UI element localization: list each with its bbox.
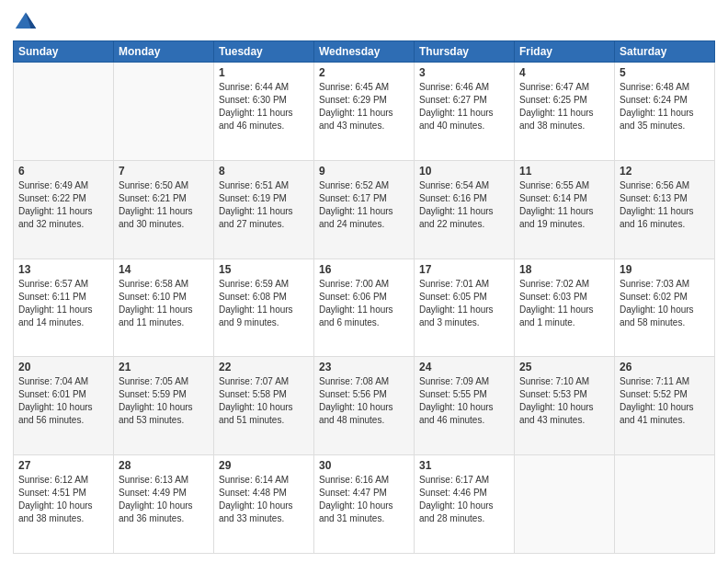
day-number: 25 [519,361,609,373]
day-number: 21 [119,361,209,373]
day-info: Sunrise: 6:58 AM Sunset: 6:10 PM Dayligh… [119,278,209,329]
day-info: Sunrise: 6:59 AM Sunset: 6:08 PM Dayligh… [219,278,309,329]
calendar-day-cell [515,455,615,554]
calendar-day-cell: 13Sunrise: 6:57 AM Sunset: 6:11 PM Dayli… [14,259,114,357]
day-info: Sunrise: 6:13 AM Sunset: 4:49 PM Dayligh… [119,474,209,525]
day-info: Sunrise: 6:52 AM Sunset: 6:17 PM Dayligh… [319,179,409,231]
day-info: Sunrise: 7:04 AM Sunset: 6:01 PM Dayligh… [18,375,108,427]
day-of-week-header: Wednesday [314,41,415,63]
calendar-day-cell: 16Sunrise: 7:00 AM Sunset: 6:06 PM Dayli… [314,259,415,357]
day-of-week-header: Friday [515,41,615,63]
day-number: 5 [620,66,710,79]
day-info: Sunrise: 7:10 AM Sunset: 5:53 PM Dayligh… [519,375,609,427]
calendar-day-cell: 21Sunrise: 7:05 AM Sunset: 5:59 PM Dayli… [114,357,214,455]
calendar-day-cell: 3Sunrise: 6:46 AM Sunset: 6:27 PM Daylig… [415,63,515,161]
calendar-day-cell: 20Sunrise: 7:04 AM Sunset: 6:01 PM Dayli… [14,357,114,455]
calendar-day-cell: 18Sunrise: 7:02 AM Sunset: 6:03 PM Dayli… [515,259,615,357]
calendar-day-cell: 7Sunrise: 6:50 AM Sunset: 6:21 PM Daylig… [114,160,214,259]
day-of-week-header: Thursday [415,41,515,63]
day-number: 19 [620,263,710,276]
calendar-day-cell: 8Sunrise: 6:51 AM Sunset: 6:19 PM Daylig… [214,160,314,259]
calendar-day-cell: 23Sunrise: 7:08 AM Sunset: 5:56 PM Dayli… [314,357,415,455]
day-number: 8 [219,165,309,178]
day-info: Sunrise: 7:08 AM Sunset: 5:56 PM Dayligh… [319,375,409,427]
calendar-day-cell: 1Sunrise: 6:44 AM Sunset: 6:30 PM Daylig… [214,63,314,161]
day-info: Sunrise: 6:46 AM Sunset: 6:27 PM Dayligh… [419,81,509,132]
day-number: 13 [18,263,108,276]
day-info: Sunrise: 6:54 AM Sunset: 6:16 PM Dayligh… [419,179,509,231]
calendar-day-cell: 15Sunrise: 6:59 AM Sunset: 6:08 PM Dayli… [214,259,314,357]
day-info: Sunrise: 6:47 AM Sunset: 6:25 PM Dayligh… [519,81,609,132]
calendar-day-cell: 11Sunrise: 6:55 AM Sunset: 6:14 PM Dayli… [515,160,615,259]
calendar-week-row: 13Sunrise: 6:57 AM Sunset: 6:11 PM Dayli… [14,259,715,357]
header [13,9,715,35]
calendar-day-cell: 14Sunrise: 6:58 AM Sunset: 6:10 PM Dayli… [114,259,214,357]
calendar-week-row: 6Sunrise: 6:49 AM Sunset: 6:22 PM Daylig… [14,160,715,259]
day-number: 30 [319,459,409,472]
day-info: Sunrise: 7:05 AM Sunset: 5:59 PM Dayligh… [119,375,209,427]
calendar-day-cell: 4Sunrise: 6:47 AM Sunset: 6:25 PM Daylig… [515,63,615,161]
day-info: Sunrise: 7:01 AM Sunset: 6:05 PM Dayligh… [419,278,509,329]
calendar-day-cell: 9Sunrise: 6:52 AM Sunset: 6:17 PM Daylig… [314,160,415,259]
day-of-week-header: Monday [114,41,214,63]
day-info: Sunrise: 6:51 AM Sunset: 6:19 PM Dayligh… [219,179,309,231]
day-info: Sunrise: 6:12 AM Sunset: 4:51 PM Dayligh… [18,474,108,525]
calendar-week-row: 27Sunrise: 6:12 AM Sunset: 4:51 PM Dayli… [14,455,715,554]
day-number: 14 [119,263,209,276]
day-info: Sunrise: 6:16 AM Sunset: 4:47 PM Dayligh… [319,474,409,525]
calendar-day-cell: 17Sunrise: 7:01 AM Sunset: 6:05 PM Dayli… [415,259,515,357]
day-number: 7 [119,165,209,178]
day-info: Sunrise: 6:14 AM Sunset: 4:48 PM Dayligh… [219,474,309,525]
day-number: 11 [519,165,609,178]
day-number: 6 [18,165,108,178]
day-number: 31 [419,459,509,472]
calendar-day-cell: 12Sunrise: 6:56 AM Sunset: 6:13 PM Dayli… [615,160,715,259]
day-info: Sunrise: 7:02 AM Sunset: 6:03 PM Dayligh… [519,278,609,329]
calendar-day-cell: 6Sunrise: 6:49 AM Sunset: 6:22 PM Daylig… [14,160,114,259]
calendar-day-cell [114,63,214,161]
day-info: Sunrise: 6:48 AM Sunset: 6:24 PM Dayligh… [620,81,710,132]
calendar-day-cell: 25Sunrise: 7:10 AM Sunset: 5:53 PM Dayli… [515,357,615,455]
logo [13,9,42,35]
day-number: 24 [419,361,509,373]
day-info: Sunrise: 6:49 AM Sunset: 6:22 PM Dayligh… [18,179,108,231]
day-number: 17 [419,263,509,276]
day-info: Sunrise: 7:11 AM Sunset: 5:52 PM Dayligh… [620,375,710,427]
calendar-day-cell: 29Sunrise: 6:14 AM Sunset: 4:48 PM Dayli… [214,455,314,554]
day-number: 22 [219,361,309,373]
day-number: 26 [620,361,710,373]
calendar-day-cell: 2Sunrise: 6:45 AM Sunset: 6:29 PM Daylig… [314,63,415,161]
day-info: Sunrise: 6:45 AM Sunset: 6:29 PM Dayligh… [319,81,409,132]
day-info: Sunrise: 7:03 AM Sunset: 6:02 PM Dayligh… [620,278,710,329]
day-of-week-header: Sunday [14,41,114,63]
day-number: 28 [119,459,209,472]
page: SundayMondayTuesdayWednesdayThursdayFrid… [0,0,728,563]
calendar-week-row: 20Sunrise: 7:04 AM Sunset: 6:01 PM Dayli… [14,357,715,455]
day-info: Sunrise: 7:00 AM Sunset: 6:06 PM Dayligh… [319,278,409,329]
day-info: Sunrise: 6:50 AM Sunset: 6:21 PM Dayligh… [119,179,209,231]
day-number: 10 [419,165,509,178]
day-number: 16 [319,263,409,276]
day-number: 3 [419,66,509,79]
calendar-day-cell: 31Sunrise: 6:17 AM Sunset: 4:46 PM Dayli… [415,455,515,554]
day-info: Sunrise: 7:07 AM Sunset: 5:58 PM Dayligh… [219,375,309,427]
calendar-day-cell: 22Sunrise: 7:07 AM Sunset: 5:58 PM Dayli… [214,357,314,455]
calendar-day-cell [14,63,114,161]
day-number: 1 [219,66,309,79]
calendar-day-cell [615,455,715,554]
calendar-day-cell: 24Sunrise: 7:09 AM Sunset: 5:55 PM Dayli… [415,357,515,455]
day-number: 27 [18,459,108,472]
calendar-day-cell: 27Sunrise: 6:12 AM Sunset: 4:51 PM Dayli… [14,455,114,554]
calendar-day-cell: 30Sunrise: 6:16 AM Sunset: 4:47 PM Dayli… [314,455,415,554]
logo-icon [13,9,39,35]
calendar-table: SundayMondayTuesdayWednesdayThursdayFrid… [13,40,715,554]
day-of-week-header: Tuesday [214,41,314,63]
calendar-day-cell: 28Sunrise: 6:13 AM Sunset: 4:49 PM Dayli… [114,455,214,554]
day-number: 20 [18,361,108,373]
day-info: Sunrise: 6:17 AM Sunset: 4:46 PM Dayligh… [419,474,509,525]
calendar-day-cell: 26Sunrise: 7:11 AM Sunset: 5:52 PM Dayli… [615,357,715,455]
day-info: Sunrise: 7:09 AM Sunset: 5:55 PM Dayligh… [419,375,509,427]
day-number: 15 [219,263,309,276]
calendar-header-row: SundayMondayTuesdayWednesdayThursdayFrid… [14,41,715,63]
calendar-week-row: 1Sunrise: 6:44 AM Sunset: 6:30 PM Daylig… [14,63,715,161]
